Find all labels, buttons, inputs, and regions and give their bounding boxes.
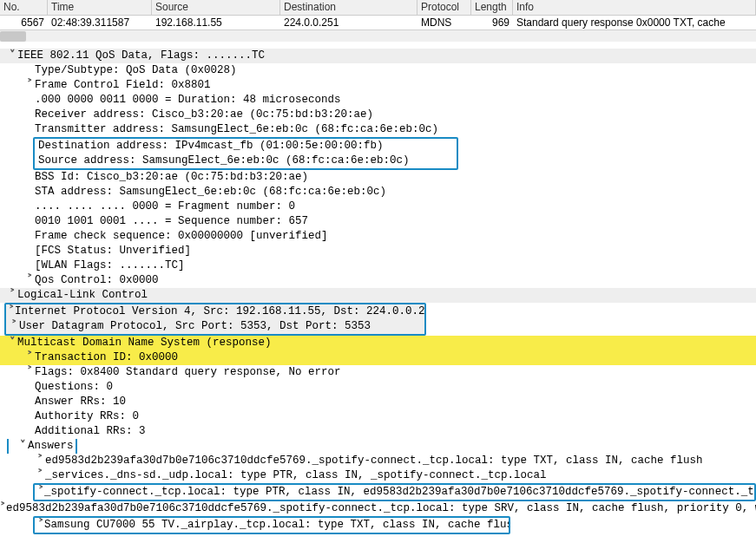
caret-right-icon[interactable]: ˃ xyxy=(24,350,35,365)
col-header-protocol[interactable]: Protocol xyxy=(417,0,471,14)
tree-answer-rrs[interactable]: Answer RRs: 10 xyxy=(0,395,756,409)
tree-udp[interactable]: ˃ User Datagram Protocol, Src Port: 5353… xyxy=(6,319,424,334)
tree-label: Frame Control Field: 0x8801 xyxy=(35,78,211,93)
tree-frame-control[interactable]: ˃ Frame Control Field: 0x8801 xyxy=(0,78,756,93)
tree-wlan-flags[interactable]: [WLAN Flags: .......TC] xyxy=(0,258,756,273)
tree-answer-5[interactable]: ˃ Samsung CU7000 55 TV._airplay._tcp.loc… xyxy=(35,518,509,533)
tree-label: Multicast Domain Name System (response) xyxy=(17,336,272,350)
cell-time: 02:48:39.311587 xyxy=(48,16,152,29)
cell-source: 192.168.11.55 xyxy=(152,16,280,29)
highlight-box-answer-spotify-ptr: ˃ _spotify-connect._tcp.local: type PTR,… xyxy=(33,483,756,501)
caret-down-icon[interactable]: ˅ xyxy=(7,336,17,350)
tree-label: IEEE 802.11 QoS Data, Flags: .......TC xyxy=(17,49,265,63)
tree-bss-id[interactable]: BSS Id: Cisco_b3:20:ae (0c:75:bd:b3:20:a… xyxy=(0,170,756,185)
packet-details-tree: ˅ IEEE 802.11 QoS Data, Flags: .......TC… xyxy=(0,49,756,534)
tree-sequence[interactable]: 0010 1001 0001 .... = Sequence number: 6… xyxy=(0,214,756,229)
col-header-info[interactable]: Info xyxy=(513,0,756,14)
col-header-length[interactable]: Length xyxy=(471,0,513,14)
cell-no: 6567 xyxy=(0,16,48,29)
caret-right-icon[interactable]: ˃ xyxy=(35,468,45,483)
tree-label: ed9583d2b239afa30d7b0e7106c3710ddcfe5769… xyxy=(6,501,756,516)
caret-down-icon[interactable]: ˅ xyxy=(17,439,28,454)
tree-label: Samsung CU7000 55 TV._airplay._tcp.local… xyxy=(44,518,509,533)
tree-label: Receiver address: Cisco_b3:20:ae (0c:75:… xyxy=(35,108,373,122)
tree-label: Internet Protocol Version 4, Src: 192.16… xyxy=(15,304,424,319)
caret-right-icon[interactable]: ˃ xyxy=(9,304,15,319)
tree-txn-id[interactable]: ˃ Transaction ID: 0x0000 xyxy=(0,350,756,365)
tree-label: Transaction ID: 0x0000 xyxy=(35,350,178,365)
tree-label: Flags: 0x8400 Standard query response, N… xyxy=(35,365,341,380)
tree-label: Destination address: IPv4mcast_fb (01:00… xyxy=(38,139,384,154)
tree-label: _spotify-connect._tcp.local: type PTR, c… xyxy=(44,485,754,500)
tree-qos-control[interactable]: ˃ Qos Control: 0x0000 xyxy=(0,273,756,288)
cell-info: Standard query response 0x0000 TXT, cach… xyxy=(513,16,756,29)
tree-label: Transmitter address: SamsungElect_6e:eb:… xyxy=(35,122,438,137)
horizontal-scrollbar[interactable] xyxy=(0,29,756,42)
cell-length: 969 xyxy=(471,16,513,29)
tree-ipv4[interactable]: ˃ Internet Protocol Version 4, Src: 192.… xyxy=(6,304,424,319)
caret-right-icon[interactable]: ˃ xyxy=(7,288,17,303)
caret-right-icon[interactable]: ˃ xyxy=(38,518,44,533)
tree-label: User Datagram Protocol, Src Port: 5353, … xyxy=(19,319,371,334)
tree-answer-4[interactable]: ˃ ed9583d2b239afa30d7b0e7106c3710ddcfe57… xyxy=(0,501,756,516)
tree-label: [WLAN Flags: .......TC] xyxy=(35,258,185,273)
tree-label: STA address: SamsungElect_6e:eb:0c (68:f… xyxy=(35,185,386,200)
packet-list-header: No. Time Source Destination Protocol Len… xyxy=(0,0,756,16)
tree-label: Frame check sequence: 0x00000000 [unveri… xyxy=(35,229,328,244)
tree-flags[interactable]: ˃ Flags: 0x8400 Standard query response,… xyxy=(0,365,756,380)
col-header-source[interactable]: Source xyxy=(152,0,280,14)
tree-label: Type/Subtype: QoS Data (0x0028) xyxy=(35,63,237,78)
tree-additional-rrs[interactable]: Additional RRs: 3 xyxy=(0,424,756,439)
tree-fragment[interactable]: .... .... .... 0000 = Fragment number: 0 xyxy=(0,200,756,214)
tree-answer-2[interactable]: ˃ _services._dns-sd._udp.local: type PTR… xyxy=(0,468,756,483)
tree-sta-addr[interactable]: STA address: SamsungElect_6e:eb:0c (68:f… xyxy=(0,185,756,200)
tree-questions[interactable]: Questions: 0 xyxy=(0,380,756,395)
tree-answers[interactable]: ˅ Answers xyxy=(0,439,756,454)
tree-ieee-80211[interactable]: ˅ IEEE 802.11 QoS Data, Flags: .......TC xyxy=(0,49,756,63)
tree-fcs-status[interactable]: [FCS Status: Unverified] xyxy=(0,244,756,258)
caret-right-icon[interactable]: ˃ xyxy=(0,501,6,516)
tree-label: Authority RRs: 0 xyxy=(35,409,139,424)
tree-type-subtype[interactable]: Type/Subtype: QoS Data (0x0028) xyxy=(0,63,756,78)
tree-answer-3[interactable]: ˃ _spotify-connect._tcp.local: type PTR,… xyxy=(35,485,754,500)
packet-row[interactable]: 6567 02:48:39.311587 192.168.11.55 224.0… xyxy=(0,16,756,29)
cell-protocol: MDNS xyxy=(417,16,471,29)
tree-authority-rrs[interactable]: Authority RRs: 0 xyxy=(0,409,756,424)
highlight-box-addresses: Destination address: IPv4mcast_fb (01:00… xyxy=(33,137,458,170)
caret-right-icon[interactable]: ˃ xyxy=(35,454,45,468)
caret-right-icon[interactable]: ˃ xyxy=(9,319,19,334)
tree-destination-addr[interactable]: Destination address: IPv4mcast_fb (01:00… xyxy=(35,139,457,154)
tree-llc[interactable]: ˃ Logical-Link Control xyxy=(0,288,756,303)
tree-mdns[interactable]: ˅ Multicast Domain Name System (response… xyxy=(0,336,756,350)
tree-label: BSS Id: Cisco_b3:20:ae (0c:75:bd:b3:20:a… xyxy=(35,170,308,185)
tree-label: 0010 1001 0001 .... = Sequence number: 6… xyxy=(35,214,308,229)
tree-label: Questions: 0 xyxy=(35,380,113,395)
col-header-destination[interactable]: Destination xyxy=(280,0,417,14)
tree-label: Source address: SamsungElect_6e:eb:0c (6… xyxy=(38,154,410,168)
tree-label: Answer RRs: 10 xyxy=(35,395,126,409)
tree-label: .... .... .... 0000 = Fragment number: 0 xyxy=(35,200,295,214)
highlight-box-ip-udp: ˃ Internet Protocol Version 4, Src: 192.… xyxy=(4,303,426,336)
caret-right-icon[interactable]: ˃ xyxy=(38,485,44,500)
tree-duration[interactable]: .000 0000 0011 0000 = Duration: 48 micro… xyxy=(0,93,756,108)
tree-label: Qos Control: 0x0000 xyxy=(35,273,159,288)
tree-fcs[interactable]: Frame check sequence: 0x00000000 [unveri… xyxy=(0,229,756,244)
highlight-box-answer-samsung: ˃ Samsung CU7000 55 TV._airplay._tcp.loc… xyxy=(33,516,510,534)
caret-right-icon[interactable]: ˃ xyxy=(24,365,35,380)
tree-label: Additional RRs: 3 xyxy=(35,424,146,439)
tree-source-addr[interactable]: Source address: SamsungElect_6e:eb:0c (6… xyxy=(35,154,457,168)
tree-label: _services._dns-sd._udp.local: type PTR, … xyxy=(45,468,547,483)
highlight-box-answers: ˅ Answers xyxy=(7,439,77,454)
caret-right-icon[interactable]: ˃ xyxy=(24,78,35,93)
caret-right-icon[interactable]: ˃ xyxy=(24,273,35,288)
tree-answer-1[interactable]: ˃ ed9583d2b239afa30d7b0e7106c3710ddcfe57… xyxy=(0,454,756,468)
col-header-time[interactable]: Time xyxy=(48,0,152,14)
tree-label: [FCS Status: Unverified] xyxy=(35,244,191,258)
tree-transmitter-addr[interactable]: Transmitter address: SamsungElect_6e:eb:… xyxy=(0,122,756,137)
tree-label: .000 0000 0011 0000 = Duration: 48 micro… xyxy=(35,93,341,108)
scrollbar-thumb[interactable] xyxy=(0,31,26,42)
tree-label: Answers xyxy=(28,439,74,454)
col-header-no[interactable]: No. xyxy=(0,0,48,14)
tree-receiver-addr[interactable]: Receiver address: Cisco_b3:20:ae (0c:75:… xyxy=(0,108,756,122)
caret-down-icon[interactable]: ˅ xyxy=(7,49,17,63)
